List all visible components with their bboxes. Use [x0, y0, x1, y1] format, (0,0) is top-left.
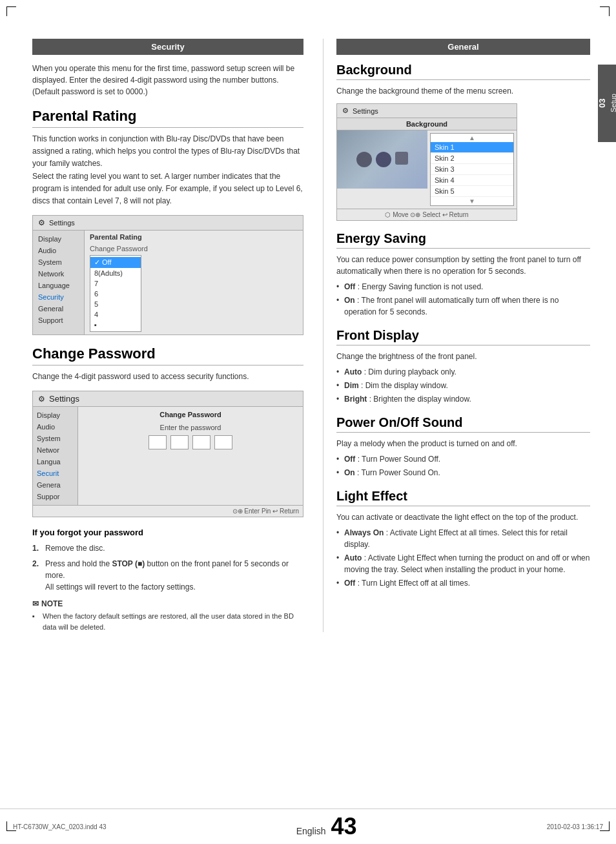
cp-display[interactable]: Display	[33, 409, 77, 421]
power-sound-bullets: Off : Turn Power Sound Off. On : Turn Po…	[336, 453, 590, 479]
cp-system[interactable]: System	[33, 433, 77, 444]
forgot-steps: 1. Remove the disc. 2. Press and hold th…	[32, 542, 303, 593]
cp-input-2[interactable]	[170, 435, 189, 449]
change-password-section: Change Password Change the 4-digit passw…	[32, 345, 303, 517]
energy-saving-bullets: Off : Energy Saving function is not used…	[336, 281, 590, 318]
fd-dim: Dim : Dim the display window.	[336, 380, 590, 391]
rating-7[interactable]: 7	[90, 278, 141, 289]
power-sound-section: Power On/Off Sound Play a melody when th…	[336, 415, 590, 479]
ps-on: On : Turn Power Sound On.	[336, 467, 590, 479]
power-sound-title: Power On/Off Sound	[336, 415, 590, 433]
bg-panel-title: Background	[337, 118, 517, 130]
menu-security[interactable]: Security	[33, 291, 84, 303]
front-display-title: Front Display	[336, 328, 590, 345]
cp-support[interactable]: Suppor	[33, 491, 77, 502]
security-header-text: Security	[151, 42, 184, 52]
forgot-step-2: 2. Press and hold the STOP (■) button on…	[32, 558, 303, 593]
parental-rating-settings-box: ⚙ Settings Display Audio System Network …	[32, 215, 303, 335]
page-number: 43	[331, 813, 357, 840]
le-off: Off : Turn Light Effect off at all times…	[336, 577, 590, 589]
ps-off: Off : Turn Power Sound Off.	[336, 453, 590, 465]
bg-skin-3[interactable]: Skin 3	[431, 164, 513, 175]
left-column: Security When you operate this menu for …	[32, 39, 303, 632]
side-tab: 03 Setup	[598, 65, 616, 142]
cp-security[interactable]: Securit	[33, 468, 77, 479]
light-effect-title: Light Effect	[336, 489, 590, 506]
settings-titlebar-1: ⚙ Settings	[33, 216, 303, 231]
change-password-body: Change the 4-digit password used to acce…	[32, 371, 303, 383]
cp-language[interactable]: Langua	[33, 456, 77, 468]
note-icon: ✉	[32, 599, 39, 608]
main-content: Security When you operate this menu for …	[0, 0, 616, 658]
energy-saving-section: Energy Saving You can reduce power consu…	[336, 231, 590, 318]
cp-network[interactable]: Networ	[33, 444, 77, 456]
settings-title-2: Settings	[49, 394, 79, 404]
menu-support[interactable]: Support	[33, 314, 84, 326]
right-column: General Background Change the background…	[323, 39, 590, 632]
bg-settings-title: Settings	[353, 107, 378, 115]
parental-rating-title: Parental Rating	[32, 108, 303, 128]
security-intro: When you operate this menu for the first…	[32, 63, 303, 98]
general-header-text: General	[447, 42, 478, 52]
menu-system[interactable]: System	[33, 256, 84, 268]
rating-off[interactable]: ✓ Off	[90, 257, 141, 268]
bg-content: ▲ Skin 1 Skin 2 Skin 3 Skin 4 Skin 5 ▼	[337, 130, 517, 209]
corner-tr	[600, 6, 610, 16]
note-box: ✉ NOTE When the factory default settings…	[32, 599, 303, 632]
gear-icon-2: ⚙	[38, 395, 45, 404]
light-effect-section: Light Effect You can activate or deactiv…	[336, 489, 590, 589]
bg-scroll-down[interactable]: ▼	[431, 197, 513, 205]
bg-gear-icon: ⚙	[342, 107, 349, 115]
bg-skin-4[interactable]: Skin 4	[431, 175, 513, 186]
bg-skin-5[interactable]: Skin 5	[431, 186, 513, 197]
page-wrapper: 03 Setup Security When you operate this …	[0, 0, 616, 844]
bg-icon-1	[356, 152, 372, 167]
change-password-settings-box: ⚙ Settings Display Audio System Networ L…	[32, 391, 303, 517]
menu-audio[interactable]: Audio	[33, 245, 84, 256]
bg-icons	[356, 152, 408, 167]
menu-general[interactable]: General	[33, 303, 84, 314]
energy-saving-body: You can reduce power consumption by sett…	[336, 254, 590, 277]
bg-skin-1[interactable]: Skin 1	[431, 142, 513, 153]
cp-input-1[interactable]	[149, 435, 167, 449]
rating-5[interactable]: 5	[90, 299, 141, 309]
note-title: ✉ NOTE	[32, 599, 303, 608]
cp-audio[interactable]: Audio	[33, 421, 77, 433]
bg-scroll-up[interactable]: ▲	[431, 134, 513, 142]
footer-left: HT-C6730W_XAC_0203.indd 43	[13, 823, 107, 830]
settings-title-1: Settings	[49, 219, 75, 227]
rating-6[interactable]: 6	[90, 289, 141, 299]
menu-language[interactable]: Language	[33, 280, 84, 291]
menu-display[interactable]: Display	[33, 233, 84, 245]
background-settings-box: ⚙ Settings Background	[336, 103, 517, 221]
cp-main: Change Password Enter the password	[78, 407, 303, 505]
bg-icon-3	[395, 152, 408, 165]
menu-network[interactable]: Network	[33, 268, 84, 280]
rating-8[interactable]: 8(Adults)	[90, 268, 141, 278]
rating-list: ✓ Off 8(Adults) 7 6 5 4 ▪	[90, 255, 141, 332]
le-always: Always On : Activate Light Effect at all…	[336, 527, 590, 550]
cp-input-4[interactable]	[214, 435, 232, 449]
cp-input-3[interactable]	[192, 435, 210, 449]
rating-more[interactable]: ▪	[90, 320, 141, 330]
bg-footer: ⬡ Move ⊙⊕ Select ↩ Return	[337, 209, 517, 220]
rating-4[interactable]: 4	[90, 309, 141, 320]
parental-rating-section: Parental Rating This function works in c…	[32, 108, 303, 335]
general-header-bar: General	[336, 39, 590, 55]
change-password-link[interactable]: Change Password	[90, 245, 298, 252]
settings-main-1: Parental Rating Change Password ✓ Off 8(…	[85, 231, 303, 335]
bg-titlebar: ⚙ Settings	[337, 104, 517, 118]
energy-on: On : The front panel will automatically …	[336, 294, 590, 318]
background-title: Background	[336, 63, 590, 80]
background-body: Change the background theme of the menu …	[336, 85, 590, 97]
fd-auto: Auto : Dim during playback only.	[336, 366, 590, 378]
corner-tl	[6, 6, 16, 16]
bg-skin-2[interactable]: Skin 2	[431, 153, 513, 164]
settings-titlebar-2: ⚙ Settings	[33, 391, 303, 407]
cp-inputs	[85, 435, 296, 449]
security-header-bar: Security	[32, 39, 303, 55]
parental-rating-body: This function works in conjunction with …	[32, 133, 303, 207]
cp-general[interactable]: Genera	[33, 479, 77, 491]
footer-right: 2010-02-03 1:36:17	[547, 823, 603, 830]
cp-footer: ⊙⊕ Enter Pin ↩ Return	[33, 505, 303, 517]
